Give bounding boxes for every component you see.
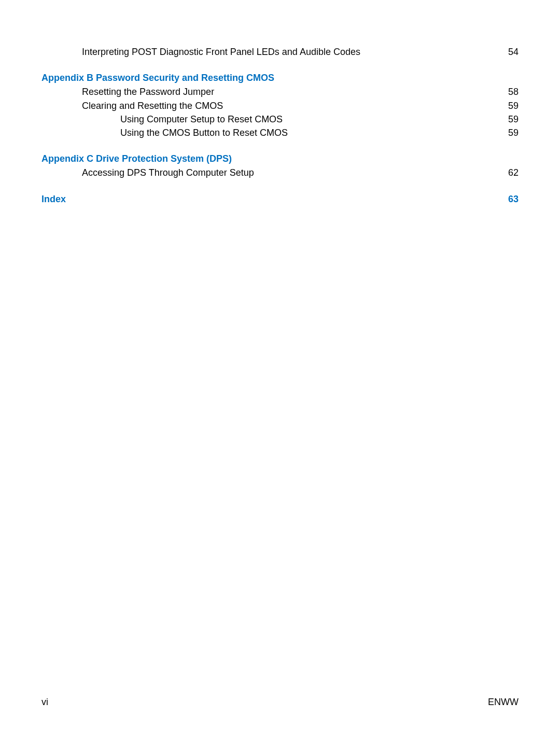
page-footer: vi ENWW (41, 697, 519, 708)
toc-entry-text: Accessing DPS Through Computer Setup (82, 166, 254, 179)
appendix-b-heading[interactable]: Appendix B Password Security and Resetti… (41, 73, 519, 83)
toc-entry-text: Interpreting POST Diagnostic Front Panel… (82, 46, 360, 58)
toc-entry-text: Using the CMOS Button to Reset CMOS (120, 126, 288, 139)
toc-entry[interactable]: Resetting the Password Jumper 58 (41, 86, 519, 98)
toc-entry-page: 59 (508, 126, 519, 139)
appendix-c-heading[interactable]: Appendix C Drive Protection System (DPS) (41, 153, 519, 164)
index-page: 63 (508, 194, 519, 205)
toc-entry-page: 58 (508, 86, 519, 98)
toc-entry-page: 62 (508, 166, 519, 179)
toc-entry[interactable]: Using the CMOS Button to Reset CMOS 59 (41, 126, 519, 139)
toc-content: Interpreting POST Diagnostic Front Panel… (0, 0, 560, 205)
toc-entry[interactable]: Clearing and Resetting the CMOS 59 (41, 100, 519, 112)
index-label: Index (41, 194, 66, 205)
toc-entry-text: Clearing and Resetting the CMOS (82, 100, 223, 112)
toc-entry-text: Using Computer Setup to Reset CMOS (120, 113, 283, 125)
toc-entry[interactable]: Interpreting POST Diagnostic Front Panel… (41, 46, 519, 58)
toc-entry-page: 54 (508, 46, 519, 58)
toc-entry-text: Resetting the Password Jumper (82, 86, 214, 98)
index-entry[interactable]: Index 63 (41, 194, 519, 205)
footer-page-number: vi (41, 697, 48, 708)
footer-locale-code: ENWW (488, 697, 519, 708)
toc-entry[interactable]: Using Computer Setup to Reset CMOS 59 (41, 113, 519, 125)
toc-entry-page: 59 (508, 113, 519, 125)
toc-entry-page: 59 (508, 100, 519, 112)
toc-entry[interactable]: Accessing DPS Through Computer Setup 62 (41, 166, 519, 179)
